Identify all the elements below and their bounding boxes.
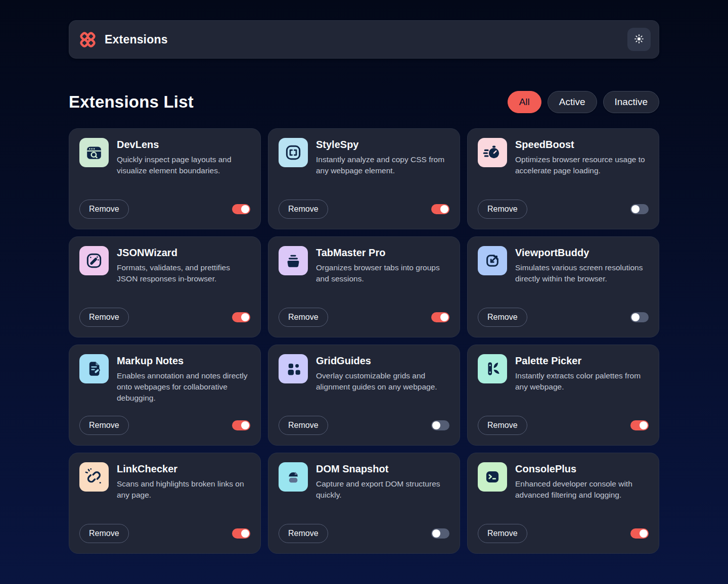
- extension-card: ConsolePlus Enhanced developer console w…: [467, 453, 659, 554]
- card-text: StyleSpy Instantly analyze and copy CSS …: [316, 138, 449, 176]
- toggle-knob: [631, 313, 640, 321]
- extension-description: Simulates various screen resolutions dir…: [515, 262, 649, 284]
- extension-name: ViewportBuddy: [515, 247, 649, 259]
- extension-name: DOM Snapshot: [316, 463, 449, 475]
- devlens-icon: [79, 138, 109, 167]
- speedboost-icon: [478, 138, 507, 167]
- remove-button[interactable]: Remove: [279, 200, 328, 219]
- card-content: DOM Snapshot Capture and export DOM stru…: [279, 462, 449, 501]
- active-toggle[interactable]: [630, 312, 649, 322]
- card-content: JSONWizard Formats, validates, and prett…: [79, 246, 250, 284]
- active-toggle[interactable]: [232, 420, 250, 430]
- remove-button[interactable]: Remove: [478, 524, 527, 543]
- jsonwizard-icon: [79, 246, 109, 275]
- active-toggle[interactable]: [232, 204, 250, 214]
- remove-button[interactable]: Remove: [478, 200, 527, 219]
- card-footer: Remove: [279, 515, 449, 543]
- app-title: Extensions: [105, 33, 168, 46]
- remove-button[interactable]: Remove: [279, 416, 328, 435]
- active-toggle[interactable]: [232, 312, 250, 322]
- markupnotes-icon: [79, 354, 109, 383]
- toggle-knob: [432, 421, 440, 429]
- card-footer: Remove: [79, 515, 250, 543]
- extension-description: Enhanced developer console with advanced…: [515, 478, 649, 501]
- toggle-knob: [640, 529, 648, 538]
- active-toggle[interactable]: [431, 420, 449, 430]
- filter-button-inactive[interactable]: Inactive: [603, 91, 659, 113]
- extension-card: SpeedBoost Optimizes browser resource us…: [467, 128, 659, 229]
- card-text: JSONWizard Formats, validates, and prett…: [117, 246, 250, 284]
- extension-card: Markup Notes Enables annotation and note…: [69, 345, 261, 446]
- card-footer: Remove: [279, 407, 449, 435]
- filter-button-all[interactable]: All: [508, 91, 541, 113]
- card-text: TabMaster Pro Organizes browser tabs int…: [316, 246, 449, 284]
- remove-button[interactable]: Remove: [279, 524, 328, 543]
- remove-button[interactable]: Remove: [79, 524, 129, 543]
- extension-description: Formats, validates, and prettifies JSON …: [117, 262, 250, 284]
- toggle-knob: [440, 205, 448, 213]
- remove-button[interactable]: Remove: [79, 416, 129, 435]
- card-text: SpeedBoost Optimizes browser resource us…: [515, 138, 649, 176]
- extension-name: TabMaster Pro: [316, 247, 449, 259]
- card-content: DevLens Quickly inspect page layouts and…: [79, 138, 250, 176]
- active-toggle[interactable]: [431, 528, 449, 539]
- card-text: ViewportBuddy Simulates various screen r…: [515, 246, 649, 284]
- stylespy-icon: [279, 138, 308, 167]
- extension-card: LinkChecker Scans and highlights broken …: [69, 453, 261, 554]
- toggle-knob: [631, 205, 640, 213]
- viewportbuddy-icon: [478, 246, 507, 275]
- active-toggle[interactable]: [630, 204, 649, 214]
- remove-button[interactable]: Remove: [79, 308, 129, 327]
- extension-card: JSONWizard Formats, validates, and prett…: [69, 236, 261, 337]
- brand: Extensions: [77, 29, 168, 50]
- active-toggle[interactable]: [630, 528, 649, 539]
- extension-card: DevLens Quickly inspect page layouts and…: [69, 128, 261, 229]
- active-toggle[interactable]: [431, 312, 449, 322]
- remove-button[interactable]: Remove: [279, 308, 328, 327]
- extensions-logo-icon: [77, 29, 98, 50]
- palettepicker-icon: [478, 354, 507, 383]
- remove-button[interactable]: Remove: [478, 416, 527, 435]
- list-header: Extensions List AllActiveInactive: [69, 91, 659, 113]
- card-footer: Remove: [478, 407, 649, 435]
- card-footer: Remove: [79, 407, 250, 435]
- extension-name: DevLens: [117, 139, 250, 151]
- remove-button[interactable]: Remove: [478, 308, 527, 327]
- card-footer: Remove: [478, 190, 649, 219]
- extension-name: ConsolePlus: [515, 463, 649, 475]
- page-container: Extensions Extensions List AllActiveInac…: [69, 0, 659, 584]
- card-content: SpeedBoost Optimizes browser resource us…: [478, 138, 649, 176]
- toggle-knob: [241, 313, 249, 321]
- filter-button-active[interactable]: Active: [548, 91, 597, 113]
- active-toggle[interactable]: [232, 528, 250, 539]
- card-content: TabMaster Pro Organizes browser tabs int…: [279, 246, 449, 284]
- card-content: ViewportBuddy Simulates various screen r…: [478, 246, 649, 284]
- toggle-knob: [241, 421, 249, 429]
- sun-icon: [633, 33, 645, 46]
- card-text: ConsolePlus Enhanced developer console w…: [515, 462, 649, 501]
- card-text: GridGuides Overlay customizable grids an…: [316, 354, 449, 393]
- card-footer: Remove: [478, 299, 649, 327]
- extension-name: JSONWizard: [117, 247, 250, 259]
- extension-name: Palette Picker: [515, 355, 649, 367]
- gridguides-icon: [279, 354, 308, 383]
- extension-name: GridGuides: [316, 355, 449, 367]
- extension-description: Instantly analyze and copy CSS from any …: [316, 154, 449, 176]
- active-toggle[interactable]: [630, 420, 649, 430]
- card-footer: Remove: [279, 190, 449, 219]
- card-content: ConsolePlus Enhanced developer console w…: [478, 462, 649, 501]
- extension-description: Overlay customizable grids and alignment…: [316, 370, 449, 393]
- active-toggle[interactable]: [431, 204, 449, 214]
- theme-toggle-button[interactable]: [627, 28, 651, 51]
- extension-card: Palette Picker Instantly extracts color …: [467, 345, 659, 446]
- extension-description: Instantly extracts color palettes from a…: [515, 370, 649, 393]
- extension-name: SpeedBoost: [515, 139, 649, 151]
- card-text: Markup Notes Enables annotation and note…: [117, 354, 250, 404]
- remove-button[interactable]: Remove: [79, 200, 129, 219]
- toggle-knob: [440, 313, 448, 321]
- card-footer: Remove: [79, 299, 250, 327]
- extension-card: DOM Snapshot Capture and export DOM stru…: [268, 453, 460, 554]
- card-content: Palette Picker Instantly extracts color …: [478, 354, 649, 393]
- linkchecker-icon: [79, 462, 109, 492]
- tabmaster-icon: [279, 246, 308, 275]
